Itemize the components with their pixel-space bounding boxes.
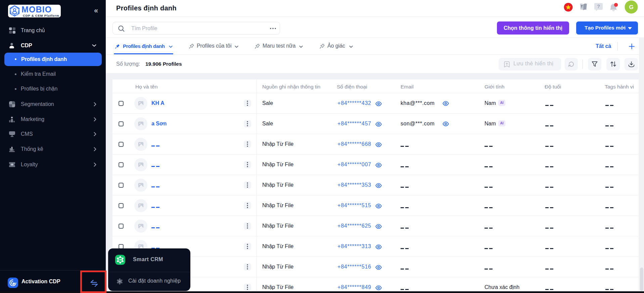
svg-text:G: G xyxy=(629,4,633,10)
svg-text:CRM: CRM xyxy=(118,259,122,261)
svg-text:?: ? xyxy=(597,3,600,9)
